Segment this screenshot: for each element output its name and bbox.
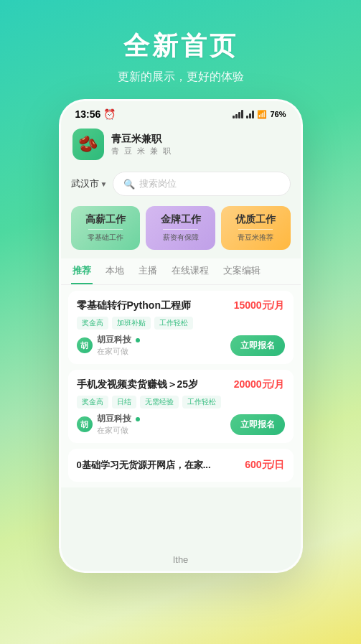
phone-mockup: 13:56 ⏰ 📶 76% 🫘 青豆米兼职 青 豆 米 兼 <box>59 99 303 573</box>
apply-btn-1[interactable]: 立即报名 <box>230 335 285 356</box>
company-name-2: 胡豆科技 <box>97 413 131 425</box>
job-tag-2-4: 工作轻松 <box>182 396 221 409</box>
status-time: 13:56 ⏰ <box>75 108 116 120</box>
job-tag-2-2: 日结 <box>112 396 136 409</box>
header-subtitle: 更新的展示，更好的体验 <box>118 70 244 85</box>
app-name-sub: 青 豆 米 兼 职 <box>111 146 172 157</box>
city-arrow-icon: ▼ <box>100 180 108 188</box>
city-name: 武汉市 <box>71 177 99 190</box>
online-dot-2 <box>136 417 140 421</box>
signal-icon <box>233 110 243 118</box>
search-icon: 🔍 <box>123 179 135 190</box>
company-avatar-2: 胡 <box>77 416 93 432</box>
app-icon: 🫘 <box>72 129 104 160</box>
search-row: 武汉市 ▼ 🔍 搜索岗位 <box>61 167 301 203</box>
status-icons: 📶 76% <box>233 110 286 119</box>
company-location-1: 在家可做 <box>97 346 140 357</box>
job-salary-3: 600元/日 <box>245 459 284 472</box>
job-tag-1-3: 工作轻松 <box>154 317 193 330</box>
tab-bendi[interactable]: 本地 <box>104 258 126 284</box>
job-salary-1: 15000元/月 <box>234 299 285 312</box>
job-top-1: 零基础转行Python工程师 15000元/月 <box>77 299 285 312</box>
job-tags-2: 奖金高 日结 无需经验 工作轻松 <box>77 396 285 409</box>
alarm-icon: ⏰ <box>103 108 116 120</box>
category-card-gaoxin[interactable]: 高薪工作 零基础工作 <box>71 206 141 250</box>
tab-zhubo[interactable]: 主播 <box>137 258 159 284</box>
cat-subtitle-1: 零基础工作 <box>77 233 135 243</box>
job-tag-2-3: 无需经验 <box>140 396 179 409</box>
online-dot-1 <box>136 338 140 342</box>
company-name-1: 胡豆科技 <box>97 334 131 346</box>
app-name-main: 青豆米兼职 <box>111 133 172 146</box>
job-title-2: 手机发视频卖货赚钱＞25岁 <box>77 378 228 391</box>
company-name-row-2: 胡豆科技 <box>97 413 140 425</box>
app-header: 🫘 青豆米兼职 青 豆 米 兼 职 <box>61 124 301 167</box>
job-top-2: 手机发视频卖货赚钱＞25岁 20000元/月 <box>77 378 285 391</box>
cat-title-2: 金牌工作 <box>151 213 210 226</box>
job-bottom-1: 胡 胡豆科技 在家可做 立即报名 <box>77 334 285 357</box>
header-title: 全新首页 <box>118 29 244 64</box>
category-row: 高薪工作 零基础工作 金牌工作 薪资有保障 优质工作 青豆米推荐 <box>61 203 301 258</box>
job-bottom-2: 胡 胡豆科技 在家可做 立即报名 <box>77 413 285 436</box>
cat-subtitle-2: 薪资有保障 <box>151 233 210 243</box>
job-card-2: 手机发视频卖货赚钱＞25岁 20000元/月 奖金高 日结 无需经验 工作轻松 … <box>68 370 294 443</box>
job-tag-2-1: 奖金高 <box>77 396 108 409</box>
ithe-watermark: Ithe <box>173 554 189 565</box>
apply-btn-2[interactable]: 立即报名 <box>230 414 285 435</box>
status-bar: 13:56 ⏰ 📶 76% <box>61 101 301 124</box>
tab-tuijian[interactable]: 推荐 <box>71 258 93 284</box>
job-card-3: 0基础学习无货源开网店，在家... 600元/日 <box>68 449 294 482</box>
wifi-icon <box>246 110 254 118</box>
company-info-1: 胡 胡豆科技 在家可做 <box>77 334 140 357</box>
job-title-3: 0基础学习无货源开网店，在家... <box>77 459 240 472</box>
job-tags-1: 奖金高 加班补贴 工作轻松 <box>77 317 285 330</box>
category-card-jinpai[interactable]: 金牌工作 薪资有保障 <box>146 206 215 250</box>
battery-level: 76% <box>270 110 286 118</box>
header-section: 全新首页 更新的展示，更好的体验 <box>103 0 258 99</box>
app-name-block: 青豆米兼职 青 豆 米 兼 职 <box>111 133 172 157</box>
city-selector[interactable]: 武汉市 ▼ <box>71 177 108 190</box>
company-info-2: 胡 胡豆科技 在家可做 <box>77 413 140 436</box>
job-title-1: 零基础转行Python工程师 <box>77 299 228 312</box>
company-detail-1: 胡豆科技 在家可做 <box>97 334 140 357</box>
tabs-row: 推荐 本地 主播 在线课程 文案编辑 <box>61 258 301 285</box>
job-list: 零基础转行Python工程师 15000元/月 奖金高 加班补贴 工作轻松 胡 … <box>61 285 301 487</box>
search-placeholder: 搜索岗位 <box>139 177 177 190</box>
job-tag-1-1: 奖金高 <box>77 317 108 330</box>
tab-wenbianjibing[interactable]: 文案编辑 <box>222 258 262 284</box>
cat-title-3: 优质工作 <box>227 213 285 226</box>
cat-divider-3 <box>238 229 273 230</box>
job-salary-2: 20000元/月 <box>234 378 285 391</box>
company-avatar-1: 胡 <box>77 337 93 353</box>
cat-subtitle-3: 青豆米推荐 <box>227 233 285 243</box>
search-box[interactable]: 🔍 搜索岗位 <box>113 172 290 196</box>
company-location-2: 在家可做 <box>97 425 140 436</box>
tab-zaixiankecheng[interactable]: 在线课程 <box>170 258 210 284</box>
company-detail-2: 胡豆科技 在家可做 <box>97 413 140 436</box>
category-card-youzhi[interactable]: 优质工作 青豆米推荐 <box>221 206 291 250</box>
wifi-symbol: 📶 <box>257 110 267 119</box>
job-tag-1-2: 加班补贴 <box>112 317 151 330</box>
company-name-row-1: 胡豆科技 <box>97 334 140 346</box>
cat-divider-2 <box>163 229 197 230</box>
cat-title-1: 高薪工作 <box>77 213 135 226</box>
cat-divider-1 <box>88 229 123 230</box>
job-card-1: 零基础转行Python工程师 15000元/月 奖金高 加班补贴 工作轻松 胡 … <box>68 291 294 364</box>
